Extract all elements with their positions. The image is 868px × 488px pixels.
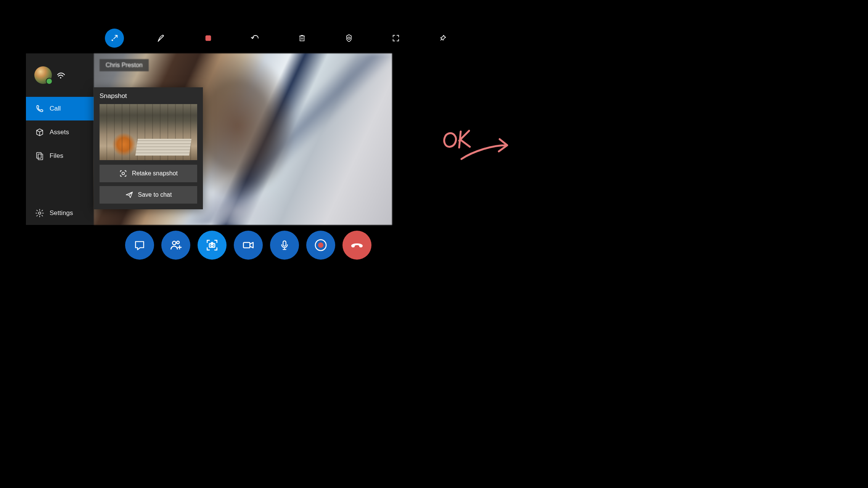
files-icon	[35, 151, 44, 161]
top-toolbar	[105, 29, 452, 48]
pen-button[interactable]	[152, 29, 171, 48]
nav-settings[interactable]: Settings	[26, 201, 94, 225]
hangup-button[interactable]	[342, 231, 371, 260]
collapse-icon	[110, 34, 119, 42]
nav-assets[interactable]: Assets	[26, 120, 94, 144]
nav-files[interactable]: Files	[26, 144, 94, 168]
pen-icon	[157, 34, 166, 43]
svg-rect-4	[37, 152, 41, 158]
svg-point-15	[318, 242, 323, 248]
svg-point-11	[211, 244, 213, 247]
svg-rect-1	[206, 35, 211, 41]
button-label: Save to chat	[138, 191, 172, 198]
pin-button[interactable]	[433, 29, 452, 48]
target-icon	[344, 34, 354, 43]
app-window: Call Assets Files	[26, 53, 392, 225]
ink-annotation	[439, 128, 515, 166]
trash-icon	[298, 34, 306, 42]
sidebar: Call Assets Files	[26, 53, 94, 225]
nav-item-label: Assets	[50, 128, 69, 136]
svg-rect-12	[243, 242, 250, 248]
user-avatar[interactable]	[34, 66, 52, 84]
microphone-icon	[279, 239, 290, 251]
nav-call[interactable]: Call	[26, 97, 94, 120]
video-button[interactable]	[234, 231, 263, 260]
record-button[interactable]	[306, 231, 335, 260]
caller-name-label: Chris Preston	[100, 59, 149, 71]
undo-button[interactable]	[246, 29, 265, 48]
expand-icon	[392, 34, 400, 42]
snapshot-preview	[100, 104, 197, 160]
add-participant-button[interactable]	[161, 231, 190, 260]
svg-point-9	[177, 241, 179, 244]
snapshot-button[interactable]	[198, 231, 227, 260]
nav-item-label: Settings	[50, 209, 73, 217]
pin-icon	[439, 34, 447, 42]
collapse-button[interactable]	[105, 29, 124, 48]
undo-icon	[251, 34, 260, 43]
send-icon	[125, 191, 133, 199]
sidebar-header	[26, 53, 94, 97]
snapshot-panel: Snapshot Retake snapshot Save to chat	[94, 87, 203, 209]
svg-point-6	[39, 212, 41, 214]
phone-icon	[35, 104, 44, 113]
chat-icon	[133, 239, 146, 251]
wifi-icon	[57, 71, 66, 79]
video-icon	[242, 239, 255, 252]
navigation: Call Assets Files	[26, 97, 94, 225]
fullscreen-button[interactable]	[386, 29, 405, 48]
target-button[interactable]	[339, 29, 358, 48]
nav-item-label: Files	[50, 152, 63, 160]
svg-point-3	[60, 77, 61, 79]
svg-rect-13	[283, 241, 286, 246]
snapshot-title: Snapshot	[100, 92, 197, 100]
delete-button[interactable]	[293, 29, 312, 48]
box-icon	[35, 128, 44, 137]
hangup-icon	[350, 238, 364, 252]
camera-capture-icon	[119, 169, 127, 178]
svg-point-8	[172, 241, 176, 245]
svg-point-0	[111, 39, 113, 41]
stop-button[interactable]	[199, 29, 218, 48]
button-label: Retake snapshot	[132, 170, 178, 177]
chat-button[interactable]	[125, 231, 154, 260]
retake-snapshot-button[interactable]: Retake snapshot	[100, 165, 197, 182]
svg-point-7	[122, 172, 124, 175]
svg-point-2	[348, 37, 350, 39]
people-add-icon	[169, 239, 182, 252]
call-controls	[125, 231, 371, 260]
record-icon	[314, 239, 327, 252]
svg-rect-5	[38, 154, 43, 160]
camera-capture-icon	[206, 239, 219, 252]
save-to-chat-button[interactable]: Save to chat	[100, 186, 197, 204]
stop-icon	[204, 34, 212, 42]
nav-item-label: Call	[50, 105, 61, 112]
mic-button[interactable]	[270, 231, 299, 260]
gear-icon	[35, 209, 44, 218]
